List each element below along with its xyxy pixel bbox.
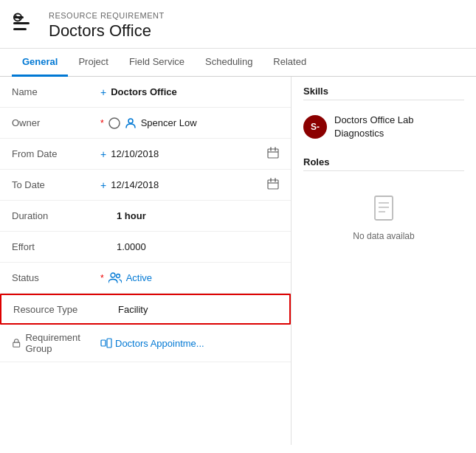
field-resource-type-label: Resource Type [13, 304, 102, 315]
skill-item: S- Doctors Office Lab Diagnostics [303, 109, 464, 145]
skills-section-title: Skills [303, 86, 464, 100]
name-required-marker: + [100, 86, 106, 98]
field-todate-value: 12/14/2018 [111, 178, 279, 192]
fromdate-text[interactable]: 12/10/2018 [111, 148, 159, 159]
svg-point-5 [109, 118, 120, 128]
field-fromdate-value: 12/10/2018 [111, 147, 279, 161]
field-status-value: Active [108, 272, 279, 284]
field-duration-row: Duration 1 hour [0, 201, 291, 232]
field-effort-row: Effort 1.0000 [0, 232, 291, 263]
header-subtitle: RESOURCE REQUIREMENT [49, 11, 165, 20]
svg-rect-20 [375, 196, 393, 220]
status-text[interactable]: Active [126, 272, 152, 283]
svg-rect-19 [107, 339, 111, 347]
roles-section: Roles No data availab [303, 156, 464, 256]
skill-avatar: S- [303, 115, 327, 139]
status-required-marker: * [100, 273, 104, 283]
fromdate-calendar-icon[interactable] [267, 147, 279, 161]
field-effort-value[interactable]: 1.0000 [117, 241, 279, 252]
field-name-row: Name + Doctors Office [0, 77, 291, 108]
req-group-icon [100, 338, 112, 348]
lock-icon [12, 338, 21, 348]
field-owner-value: Spencer Low [108, 117, 279, 129]
fromdate-required-marker: + [100, 148, 106, 160]
field-todate-label: To Date [12, 179, 100, 190]
field-resource-type-value[interactable]: Facility [118, 304, 277, 315]
header-title: Doctors Office [49, 21, 165, 41]
field-effort-label: Effort [12, 241, 100, 252]
left-panel: Name + Doctors Office Owner * Spencer Lo… [0, 77, 292, 445]
todate-required-marker: + [100, 179, 106, 191]
svg-point-16 [116, 274, 120, 277]
skill-name[interactable]: Doctors Office Lab Diagnostics [334, 114, 464, 140]
field-req-group-value[interactable]: Doctors Appointme... [100, 338, 279, 349]
svg-point-15 [111, 273, 115, 277]
right-panel: Skills S- Doctors Office Lab Diagnostics… [292, 77, 476, 445]
field-duration-value[interactable]: 1 hour [117, 210, 279, 221]
status-people-icon [108, 272, 122, 284]
svg-rect-2 [13, 28, 27, 30]
circle-icon [108, 117, 120, 129]
svg-rect-7 [268, 149, 278, 158]
field-todate-row: To Date + 12/14/2018 [0, 170, 291, 201]
nav-tabs: General Project Field Service Scheduling… [0, 49, 476, 77]
owner-required-marker: * [100, 118, 104, 128]
owner-name[interactable]: Spencer Low [141, 117, 197, 128]
svg-rect-1 [13, 22, 30, 24]
header-text-block: RESOURCE REQUIREMENT Doctors Office [49, 11, 165, 41]
svg-point-6 [128, 119, 133, 123]
field-fromdate-label: From Date [12, 148, 100, 159]
field-status-label: Status [12, 272, 100, 283]
todate-text[interactable]: 12/14/2018 [111, 179, 159, 190]
main-content: Name + Doctors Office Owner * Spencer Lo… [0, 77, 476, 445]
no-data-icon [372, 195, 396, 226]
tab-related[interactable]: Related [263, 49, 317, 77]
tab-field-service[interactable]: Field Service [119, 49, 195, 77]
field-fromdate-row: From Date + 12/10/2018 [0, 139, 291, 170]
field-name-value[interactable]: Doctors Office [111, 86, 279, 97]
field-req-group-row: Requirement Group Doctors Appointme... [0, 325, 291, 362]
resource-requirement-icon [12, 10, 40, 41]
field-duration-label: Duration [12, 210, 100, 221]
page-header: RESOURCE REQUIREMENT Doctors Office [0, 0, 476, 49]
field-status-row: Status * Active [0, 263, 291, 294]
svg-rect-18 [101, 340, 106, 346]
roles-section-title: Roles [303, 156, 464, 171]
field-req-group-label: Requirement Group [12, 332, 100, 354]
tab-project[interactable]: Project [68, 49, 118, 77]
no-data-text: No data availab [353, 231, 414, 241]
field-resource-type-row: Resource Type Facility [0, 294, 291, 325]
field-owner-label: Owner [12, 117, 100, 128]
roles-no-data: No data availab [303, 180, 464, 256]
svg-rect-11 [268, 180, 278, 189]
field-name-label: Name [12, 86, 100, 97]
tab-general[interactable]: General [12, 49, 68, 77]
person-icon [125, 117, 137, 129]
svg-rect-17 [13, 342, 20, 347]
field-owner-row: Owner * Spencer Low [0, 108, 291, 139]
tab-scheduling[interactable]: Scheduling [195, 49, 263, 77]
todate-calendar-icon[interactable] [267, 178, 279, 192]
